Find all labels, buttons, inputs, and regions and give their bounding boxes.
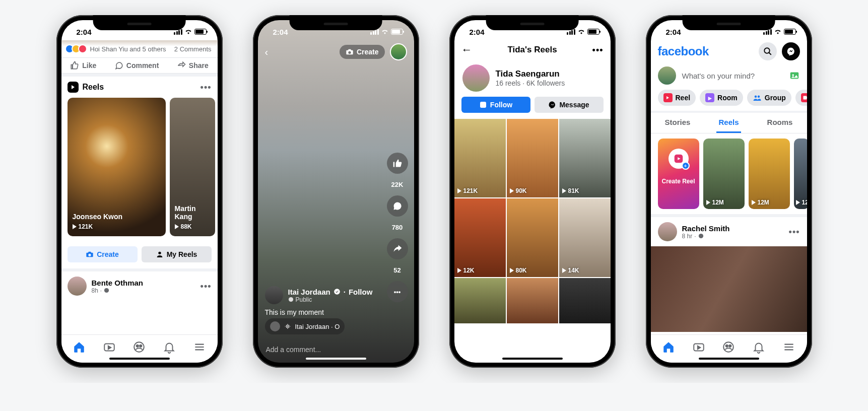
profile-name[interactable]: Tida Saengarun	[496, 69, 565, 79]
reels-tray[interactable]: + Create Reel 12M 12M 12M	[651, 133, 807, 214]
avatar[interactable]	[68, 277, 87, 296]
comment-button[interactable]: Comment	[114, 61, 159, 70]
avatar[interactable]	[265, 286, 283, 304]
tab-reels[interactable]: Reels	[716, 113, 741, 133]
avatar[interactable]	[390, 43, 407, 60]
globe-icon	[698, 233, 704, 239]
grid-reel[interactable]: 90K	[507, 119, 558, 197]
feed-post-image[interactable]	[651, 246, 807, 332]
facebook-logo[interactable]: facebook	[658, 44, 709, 58]
search-button[interactable]	[759, 42, 777, 60]
reactions-icons	[68, 44, 87, 53]
nav-menu[interactable]	[782, 340, 795, 354]
chip-room[interactable]: ▸ Room	[700, 90, 743, 106]
screen-profile-reels: 2:04 ← Tida's Reels ••• Tida Saengarun 1…	[454, 20, 611, 363]
grid-reel[interactable]: 14K	[559, 198, 611, 277]
create-reel-label: Create Reel	[658, 178, 699, 185]
nav-menu[interactable]	[193, 340, 206, 354]
share-button[interactable]: Share	[177, 61, 209, 70]
reel-card[interactable]: 12M	[703, 139, 745, 209]
avatar[interactable]	[658, 66, 676, 85]
more-icon[interactable]: •••	[201, 82, 212, 93]
profile-avatar[interactable]	[462, 64, 490, 92]
tab-stories[interactable]: Stories	[663, 113, 693, 133]
reel-card[interactable]: 12M	[794, 139, 807, 209]
nav-home[interactable]	[73, 340, 86, 354]
screen-home-reels-tab: 2:04 facebook What's on your mind?	[651, 20, 807, 363]
live-icon	[801, 93, 807, 102]
grid-reel[interactable]	[454, 278, 506, 323]
comment-button[interactable]	[387, 195, 408, 217]
grid-reel[interactable]	[507, 278, 558, 323]
avatar[interactable]	[658, 222, 677, 241]
my-reels-button[interactable]: My Reels	[142, 246, 212, 262]
follow-link[interactable]: Follow	[349, 288, 373, 296]
create-reel-button[interactable]: Create	[68, 246, 138, 262]
grid-reel[interactable]: 121K	[454, 119, 506, 197]
more-button[interactable]: •••	[387, 281, 408, 302]
more-icon[interactable]: •••	[201, 281, 212, 292]
create-button[interactable]: Create	[340, 45, 385, 59]
wifi-icon	[774, 29, 782, 35]
caption: This is my moment	[265, 308, 379, 316]
reactions-text[interactable]: Hoi Shan Yiu and 5 others	[90, 45, 166, 53]
nav-groups[interactable]	[132, 340, 146, 354]
post-author[interactable]: Bente Othman	[92, 279, 195, 287]
back-icon[interactable]: ‹	[265, 46, 269, 58]
post-action-bar: Like Comment Share	[61, 58, 218, 74]
reel-views: 88K	[175, 223, 192, 230]
message-button[interactable]: Message	[535, 97, 604, 113]
share-button[interactable]	[387, 238, 408, 259]
nav-notifications[interactable]	[752, 340, 765, 354]
more-icon[interactable]: •••	[789, 227, 800, 237]
grid-reel[interactable]: 12K	[454, 198, 506, 277]
home-indicator	[502, 358, 563, 360]
follow-button[interactable]: Follow	[461, 97, 530, 113]
phone-3: 2:04 ← Tida's Reels ••• Tida Saengarun 1…	[449, 15, 616, 368]
reels-title: Reels	[83, 83, 104, 92]
composer-input[interactable]: What's on your mind?	[682, 72, 783, 80]
grid-reel[interactable]: 80K	[507, 198, 558, 277]
svg-point-13	[758, 96, 760, 98]
svg-point-6	[334, 289, 340, 295]
camera-icon	[346, 48, 354, 56]
create-reel-card[interactable]: + Create Reel	[658, 139, 699, 209]
reel-card[interactable]: Joonseo Kwon 121K	[68, 98, 166, 236]
grid-reel[interactable]	[559, 278, 611, 323]
grid-reel[interactable]: 81K	[559, 119, 611, 197]
like-button[interactable]: Like	[70, 61, 96, 70]
svg-point-12	[755, 96, 757, 98]
nav-notifications[interactable]	[163, 340, 176, 354]
wifi-icon	[577, 29, 585, 35]
chip-group[interactable]: Group	[747, 90, 791, 106]
nav-watch[interactable]	[692, 340, 705, 354]
audio-chip[interactable]: Itai Jordaan · O	[265, 318, 345, 334]
messenger-button[interactable]	[782, 42, 800, 60]
comments-count[interactable]: 2 Comments	[174, 45, 212, 53]
back-icon[interactable]: ←	[461, 43, 473, 56]
reel-card[interactable]: Martin Kang 88K	[170, 98, 215, 236]
chip-reel[interactable]: Reel	[658, 90, 696, 106]
photo-icon[interactable]	[789, 70, 800, 81]
post-time: 8h	[92, 287, 98, 294]
like-button[interactable]	[387, 153, 408, 174]
feed-post-header[interactable]: Bente Othman 8h · •••	[61, 271, 218, 301]
comment-input[interactable]: Add a comment...	[265, 340, 407, 359]
globe-icon	[288, 297, 294, 302]
post-author[interactable]: Rachel Smith	[682, 224, 784, 233]
reels-carousel[interactable]: Joonseo Kwon 121K Martin Kang 88K	[61, 98, 218, 241]
nav-watch[interactable]	[103, 340, 116, 354]
like-label: Like	[82, 61, 96, 70]
feed-post-header[interactable]: Rachel Smith 8 hr · •••	[651, 217, 807, 246]
nav-home[interactable]	[662, 340, 675, 354]
svg-point-4	[137, 345, 139, 347]
nav-groups[interactable]	[722, 340, 735, 354]
tab-rooms[interactable]: Rooms	[765, 113, 795, 133]
chip-live[interactable]: Live	[795, 90, 807, 106]
reel-header: ‹ Create	[258, 43, 414, 60]
more-icon[interactable]: •••	[592, 45, 604, 55]
reel-card[interactable]: 12M	[749, 139, 790, 209]
myreels-label: My Reels	[167, 250, 197, 258]
author-name[interactable]: Itai Jordaan	[288, 288, 330, 296]
create-reel-icon: +	[669, 149, 689, 169]
